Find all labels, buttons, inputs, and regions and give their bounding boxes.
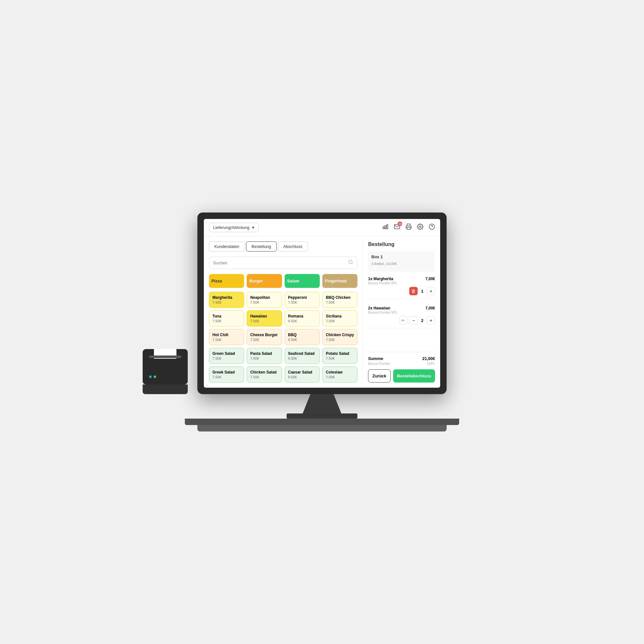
item-hot-chili[interactable]: Hot Chili 7.50€	[209, 329, 244, 345]
item-price: 7.50€	[213, 375, 241, 379]
search-icon	[348, 260, 353, 266]
item-price: 9.50€	[288, 356, 316, 360]
delete-item-1-button[interactable]: 🗑	[409, 287, 418, 295]
increase-item-1-button[interactable]: +	[427, 287, 435, 295]
item-name: Margherita	[213, 295, 241, 300]
item-name: Tuna	[213, 314, 241, 318]
monitor: Lieferung/Abholung ▾ 28	[197, 213, 447, 394]
help-icon[interactable]	[429, 223, 435, 232]
back-button[interactable]: Zurück	[368, 369, 391, 383]
order-item-1-name: 1x Margherita	[368, 277, 393, 281]
category-pizza[interactable]: Pizza	[209, 274, 244, 288]
tab-kundendaten[interactable]: Kundendaten	[209, 241, 245, 251]
order-item-2-price: 7,00€	[425, 306, 435, 310]
order-item-2-qty: 2	[420, 318, 425, 323]
item-margherita[interactable]: Margherita 7.50€	[209, 292, 244, 308]
item-cheese-burger[interactable]: Cheese Burger 7.50€	[247, 329, 282, 345]
item-price: 7.50€	[326, 319, 354, 323]
item-name: Hot Chili	[213, 333, 241, 337]
print-icon[interactable]	[405, 223, 412, 232]
item-price: 7.50€	[250, 375, 278, 379]
app-header: Lieferung/Abholung ▾ 28	[204, 219, 440, 236]
item-greek-salad[interactable]: Greek Salad 7.50€	[209, 366, 244, 383]
item-price: 7.50€	[213, 356, 241, 360]
item-price: 7.50€	[250, 300, 278, 304]
increase-item-2-button[interactable]: +	[427, 316, 435, 325]
item-price: 7.50€	[213, 338, 241, 342]
chart-icon[interactable]	[382, 223, 389, 232]
tab-abschluss[interactable]: Abschluss	[278, 241, 308, 251]
item-caesar-salad[interactable]: Caesar Salad 9.50€	[285, 366, 320, 383]
category-fingerfood[interactable]: Fingerfood	[322, 274, 357, 288]
delivery-dropdown[interactable]: Lieferung/Abholung ▾	[209, 223, 259, 232]
item-pepperoni[interactable]: Pepperoni 7.50€	[285, 292, 320, 308]
item-name: Hawaiian	[250, 314, 278, 318]
item-siciliana[interactable]: Siciliana 7.50€	[322, 310, 357, 327]
item-name: Pepperoni	[288, 295, 316, 300]
item-chicken-salad[interactable]: Chicken Salad 7.50€	[247, 366, 282, 383]
tab-bestellung[interactable]: Bestellung	[246, 241, 277, 251]
item-name: Potato Salad	[326, 351, 354, 356]
order-summary: Summe 21,00€ Bonus Punkte 10Pt. Zurück B…	[368, 352, 435, 383]
item-neapolitan[interactable]: Neapolitan 7.50€	[247, 292, 282, 308]
svg-rect-3	[407, 227, 410, 230]
order-complete-button[interactable]: Bestellabschluss	[393, 369, 435, 383]
tab-bar: Kundendaten Bestellung Abschluss	[209, 241, 358, 251]
item-price: 9.50€	[288, 375, 316, 379]
svg-point-4	[420, 226, 421, 228]
summary-total: Summe 21,00€	[368, 356, 435, 361]
settings-icon[interactable]	[417, 223, 423, 232]
item-bbq[interactable]: BBQ 9.50€	[285, 329, 320, 345]
screen: Lieferung/Abholung ▾ 28	[204, 219, 440, 388]
item-name: Romana	[288, 314, 316, 318]
item-price: 9.50€	[288, 319, 316, 323]
order-item-1-qty: 1	[420, 289, 425, 294]
order-item-2-header: 2x Hawaiian 7,00€	[368, 306, 435, 310]
bonus-label: Bonus Punkte	[368, 362, 390, 365]
item-price: 7.50€	[326, 338, 354, 342]
svg-rect-0	[383, 227, 384, 229]
item-pasta-salad[interactable]: Pasta Salad 7.50€	[247, 348, 282, 364]
order-item-1-price: 7,00€	[425, 277, 435, 281]
monitor-base	[287, 413, 357, 419]
item-price: 7.50€	[250, 356, 278, 360]
order-item-1-header: 1x Margherita 7,00€	[368, 277, 435, 281]
order-item-2-controls: ✏ − 2 +	[368, 316, 435, 325]
item-name: Caesar Salad	[288, 370, 316, 374]
item-hawaiian[interactable]: Hawaiian 7.50€	[247, 310, 282, 327]
category-burger[interactable]: Burger	[247, 274, 282, 288]
item-bbq-chicken[interactable]: BBQ Chicken 7.50€	[322, 292, 357, 308]
action-buttons: Zurück Bestellabschluss	[368, 369, 435, 383]
monitor-stand	[303, 394, 341, 413]
order-item-1-bonus: Bonus Punkte 5Pt.	[368, 281, 435, 285]
item-green-salad[interactable]: Green Salad 7.50€	[209, 348, 244, 364]
item-tuna[interactable]: Tuna 7.50€	[209, 310, 244, 327]
box-sub: 3 Artikel, 14,00€	[371, 262, 432, 266]
total-label: Summe	[368, 356, 383, 361]
item-seafood-salad[interactable]: Seafood Salad 9.50€	[285, 348, 320, 364]
header-icons: 28	[382, 223, 435, 232]
edit-item-2-button[interactable]: ✏	[399, 316, 407, 325]
item-potato-salad[interactable]: Potato Salad 7.50€	[322, 348, 357, 364]
item-name: Neapolitan	[250, 295, 278, 300]
printer-light-2	[154, 375, 156, 378]
notification-icon[interactable]: 28	[394, 223, 400, 232]
decrease-item-2-button[interactable]: −	[409, 316, 418, 325]
order-title: Bestellung	[368, 241, 435, 247]
category-salate[interactable]: Salate	[285, 274, 320, 288]
item-name: Greek Salad	[213, 370, 241, 374]
desk-surface	[197, 419, 447, 431]
search-input[interactable]	[213, 260, 346, 265]
item-price: 7.50€	[213, 300, 241, 304]
order-item-2: 2x Hawaiian 7,00€ Bonus Punkte 5Pt. ✏ − …	[368, 306, 435, 328]
item-romana[interactable]: Romana 9.50€	[285, 310, 320, 327]
item-price: 9.50€	[288, 338, 316, 342]
printer-slot	[149, 355, 181, 358]
item-name: BBQ	[288, 333, 316, 337]
item-name: BBQ Chicken	[326, 295, 354, 300]
item-name: Chicken Crispy	[326, 333, 354, 337]
order-item-2-name: 2x Hawaiian	[368, 306, 390, 310]
printer-light-1	[149, 375, 152, 378]
item-coleslaw[interactable]: Coleslaw 7.50€	[322, 366, 357, 383]
item-chicken-crispy[interactable]: Chicken Crispy 7.50€	[322, 329, 357, 345]
